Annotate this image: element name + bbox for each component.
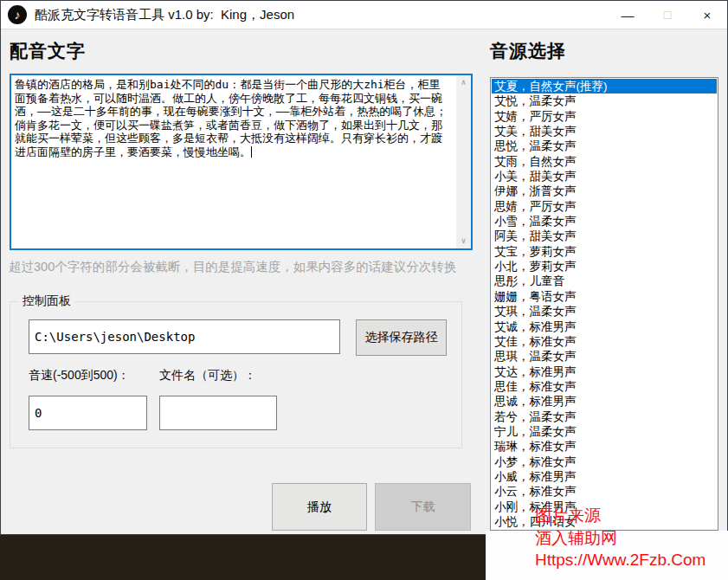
filename-input[interactable] [159,396,277,430]
voice-option[interactable]: 瑞琳，标准女声 [492,439,717,454]
voice-option[interactable]: 艾达，标准男声 [492,364,717,379]
voice-option[interactable]: 姗姗，粤语女声 [492,289,717,304]
voice-option[interactable]: 思佳，标准女声 [492,379,717,394]
watermark-text: 图片来源 酒入辅助网 Https://Www.2Fzb.Com [535,505,705,571]
scroll-down-icon[interactable]: ∨ [461,237,466,245]
voice-source-heading: 音源选择 [490,39,566,63]
watermark-line-1: 图片来源 [535,505,705,527]
choose-save-path-button[interactable]: 选择保存路径 [356,319,447,356]
voice-option[interactable]: 思悦，温柔女声 [492,139,717,153]
app-window: ♪ 酷派克文字转语音工具 v1.0 by: King，Jeson — □ × 配… [0,0,728,535]
save-path-input[interactable] [29,319,340,354]
speed-label: 音速(-500到500)： [29,368,130,383]
voice-text-heading: 配音文字 [10,39,86,63]
speed-input[interactable] [29,396,147,430]
watermark-line-2: 酒入辅助网 [535,527,705,550]
voice-option[interactable]: 艾夏，自然女声(推荐) [492,79,717,93]
control-panel-groupbox: 控制面板 选择保存路径 音速(-500到500)： 文件名（可选）： [10,301,462,448]
download-button[interactable]: 下载 [375,483,471,531]
window-title: 酷派克文字转语音工具 v1.0 by: King，Jeson [35,7,294,23]
speech-text-value: 鲁镇的酒店的格局，是和别bai处不同的du：都是当街一个曲尺形的大zhi柜台，柜… [15,78,447,158]
app-logo-icon: ♪ [8,5,27,24]
voice-option[interactable]: 艾佳，标准女声 [492,334,717,349]
voice-option[interactable]: 小云，标准女声 [492,484,717,499]
minimize-button[interactable]: — [608,1,647,29]
speech-text-input[interactable]: 鲁镇的酒店的格局，是和别bai处不同的du：都是当街一个曲尺形的大zhi柜台，柜… [10,74,473,250]
voice-option[interactable]: 思彤，儿童音 [492,274,717,288]
control-panel-legend: 控制面板 [18,293,75,309]
voice-option[interactable]: 伊娜，浙普女声 [492,184,717,198]
voice-option[interactable]: 艾婧，严厉女声 [492,109,717,124]
voice-option[interactable]: 若兮，温柔女声 [492,409,717,424]
voice-listbox[interactable]: 艾夏，自然女声(推荐)艾悦，温柔女声艾婧，严厉女声艾美，甜美女声思悦，温柔女声艾… [490,77,718,531]
text-cursor [251,146,252,158]
voice-option[interactable]: 小雪，温柔女声 [492,214,717,229]
window-controls: — □ × [608,1,727,29]
voice-option[interactable]: 艾美，甜美女声 [492,124,717,139]
filename-label: 文件名（可选）： [159,368,256,383]
voice-option[interactable]: 小北，萝莉女声 [492,259,717,274]
voice-option[interactable]: 艾悦，温柔女声 [492,93,717,108]
maximize-button[interactable]: □ [647,1,687,29]
scroll-up-icon[interactable]: ∧ [461,79,466,87]
voice-option[interactable]: 艾宝，萝莉女声 [492,244,717,259]
voice-option[interactable]: 阿美，甜美女声 [492,229,717,243]
voice-option[interactable]: 小威，标准男声 [492,469,717,484]
textarea-scrollbar[interactable]: ∧ ∨ [456,75,471,248]
voice-option[interactable]: 思婧，严厉女声 [492,199,717,214]
play-button[interactable]: 播放 [272,483,367,531]
screenshot-root: ♪ 酷派克文字转语音工具 v1.0 by: King，Jeson — □ × 配… [0,0,728,580]
truncation-note: 超过300个字符的部分会被截断，目的是提高速度，如果内容多的话建议分次转换 [9,259,480,275]
watermark-line-3: Https://Www.2Fzb.Com [535,549,705,571]
titlebar: ♪ 酷派克文字转语音工具 v1.0 by: King，Jeson — □ × [1,1,727,29]
voice-option[interactable]: 艾雨，自然女声 [492,154,717,169]
voice-option[interactable]: 思诚，标准男声 [492,394,717,409]
voice-option[interactable]: 宁儿，温柔女声 [492,424,717,439]
voice-option[interactable]: 艾琪，温柔女声 [492,304,717,319]
voice-option[interactable]: 思琪，温柔女声 [492,349,717,364]
voice-option[interactable]: 艾诚，标准男声 [492,319,717,334]
voice-option[interactable]: 小梦，标准女声 [492,454,717,469]
voice-option[interactable]: 小美，甜美女声 [492,169,717,184]
close-button[interactable]: × [687,1,727,29]
